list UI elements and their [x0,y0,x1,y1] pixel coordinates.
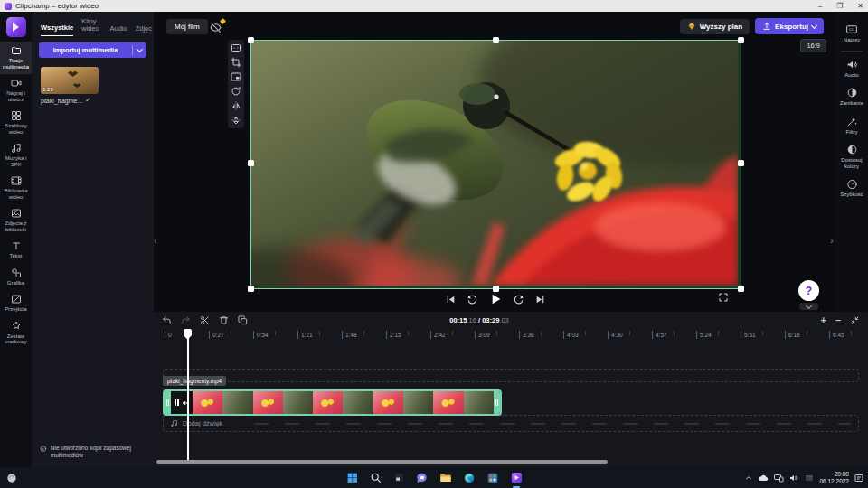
upgrade-plan-button[interactable]: Wyższy plan [680,19,750,34]
sidebar-item-stock-photos[interactable]: Zdjęcia z biblioteki [0,204,33,237]
film-icon [11,175,22,186]
audio-track-dropzone[interactable]: Dodaj dźwięk [163,415,859,432]
resize-handle-sw[interactable] [248,286,254,292]
notifications-icon[interactable] [854,473,864,483]
rail-item-filters[interactable]: Filtry [835,111,868,140]
clock[interactable]: 20:00 06.12.2022 [819,471,849,484]
resize-handle-ne[interactable] [738,37,744,43]
fit-timeline-icon[interactable] [850,315,860,325]
sidebar-item-video-library[interactable]: Biblioteka wideo [0,172,33,204]
ruler-tick: 6:45 [829,331,844,339]
empty-track-dropzone[interactable] [163,369,859,382]
resize-handle-w[interactable] [248,160,254,166]
minimize-button[interactable]: – [818,2,822,10]
cast-device-icon[interactable] [773,473,784,483]
export-button[interactable]: Eksportuj [755,18,824,34]
rail-item-adjust-colors[interactable]: Dostosuj kolory [835,139,868,174]
ruler-tick: 2:42 [430,331,446,339]
zoom-out-icon[interactable]: – [835,314,841,325]
video-clip[interactable] [163,389,502,416]
camera-icon [11,78,22,89]
aspect-ratio-badge[interactable]: 16:9 [800,39,826,52]
tab-audio[interactable]: Audio [109,24,127,36]
store-app-icon[interactable] [485,470,501,486]
help-collapse-button[interactable] [799,303,818,310]
edge-icon[interactable] [461,470,477,486]
clip-thumbnails [193,391,494,414]
forward-button[interactable] [513,294,524,305]
collapse-left-panel[interactable]: ‹ [152,230,159,251]
resize-handle-n[interactable] [493,37,499,43]
music-icon [11,143,22,154]
resize-handle-e[interactable] [738,160,744,166]
flip-horizontal-icon[interactable] [231,100,241,111]
fill-crop-icon[interactable] [231,42,241,53]
crop-icon[interactable] [231,57,241,68]
maximize-button[interactable]: ❐ [836,2,843,10]
media-name: ptaki_fragme... [41,98,82,104]
search-icon[interactable] [367,470,383,486]
video-preview[interactable] [250,40,741,289]
skip-end-button[interactable] [534,294,546,305]
tab-photos[interactable]: Zdjęc [136,24,152,36]
trim-handle-left[interactable] [165,391,171,414]
tray-app-icon[interactable] [804,473,815,483]
sidebar-item-graphics[interactable]: Grafika [0,264,33,291]
trim-handle-right[interactable] [494,391,500,414]
project-title-input[interactable]: Mój film [166,19,208,34]
sidebar-item-templates[interactable]: Szablony wideo [0,107,33,139]
widgets-icon[interactable] [5,472,18,484]
rail-item-fade[interactable]: Zanikanie [835,82,868,111]
media-duration: 3:29 [42,87,53,92]
window-title: Clipchamp – edytor wideo [15,2,99,10]
chat-icon[interactable] [414,470,430,486]
sidebar-item-record-create[interactable]: Nagraj i utwórz [0,74,33,107]
sidebar-item-music-sfx[interactable]: Muzyka i SFX [0,139,33,172]
timeline: 00:15.16 / 03:29.03 + – 00:270:541:211:4… [154,312,868,467]
import-media-button[interactable]: Importuj multimedia [39,42,146,58]
rewind-button[interactable] [467,294,478,305]
skip-start-button[interactable] [445,294,457,305]
sidebar-item-brand-kit[interactable]: Zestaw markowy [0,317,33,350]
help-button[interactable]: ? [798,280,819,301]
rail-item-captions[interactable]: CC Napisy [835,19,868,48]
onedrive-cloud-icon[interactable] [758,473,769,483]
rail-item-audio[interactable]: Audio [835,54,868,83]
ruler-tick: 6:18 [785,331,800,339]
file-explorer-icon[interactable] [438,470,454,486]
resize-handle-nw[interactable] [248,37,254,43]
close-button[interactable]: ✕ [857,2,863,10]
media-item-ptaki[interactable]: 3:29 ptaki_fragme... ✓ [41,67,99,104]
ruler-tick: 1:21 [297,331,313,339]
timeline-scrollbar[interactable] [156,460,608,464]
properties-rail: CC Napisy Audio Zanikanie Filtry Dostosu… [835,12,868,319]
start-button[interactable] [344,470,360,486]
ruler-tick: 0:54 [253,331,269,339]
tab-all[interactable]: Wszystkie [41,23,73,36]
sidebar-item-your-media[interactable]: Twoje multimedia [0,42,33,74]
task-view-icon[interactable] [391,470,407,486]
clipchamp-taskbar-icon[interactable] [508,470,524,486]
rail-item-speed[interactable]: Szybkość [835,174,868,202]
volume-icon[interactable] [788,473,799,483]
speaker-icon [846,59,858,70]
sidebar-item-transitions[interactable]: Przejścia [0,290,33,317]
resize-handle-s[interactable] [493,286,499,292]
fullscreen-icon[interactable] [718,292,729,303]
rotate-icon[interactable] [231,86,241,97]
play-button[interactable] [488,292,503,306]
tab-video-clips[interactable]: Klipy wideo [81,18,101,36]
speed-icon [846,178,858,190]
visibility-off-icon[interactable] [210,22,222,33]
resize-handle-se[interactable] [738,286,744,292]
import-dropdown-arrow[interactable] [133,42,146,58]
hidden-icons-chevron[interactable] [744,474,753,483]
flip-vertical-icon[interactable] [231,115,241,126]
collapse-right-rail[interactable]: › [828,230,835,251]
nav-rail: Twoje multimedia Nagraj i utwórz Szablon… [0,12,32,467]
export-dropdown-arrow [811,22,817,28]
picture-in-picture-icon[interactable] [231,71,241,82]
sidebar-item-text[interactable]: Tekst [0,237,33,264]
timeline-ruler[interactable]: 00:270:541:211:482:152:423:093:364:034:3… [154,328,868,342]
zoom-in-icon[interactable]: + [820,314,826,325]
